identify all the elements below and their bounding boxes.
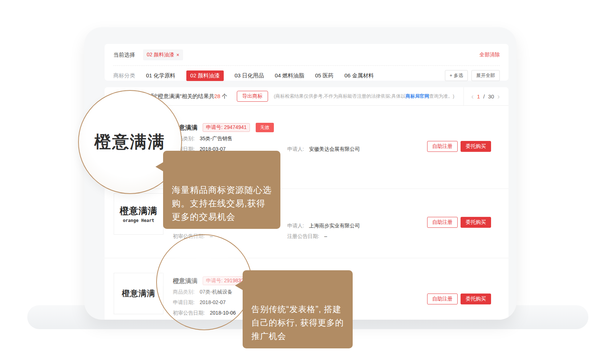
trademark-image-subtext: orange Heart [123,218,154,223]
application-number-label: 申请号: [206,124,223,130]
current-selection-label: 当前选择 [113,52,135,58]
field-value: – [210,233,213,239]
field-label: 申请人: [287,146,304,152]
field-value: 35类-广告销售 [200,136,232,141]
field-value: 2018-02-07 [200,299,226,305]
next-page-icon[interactable]: › [497,93,500,100]
trademark-image-2[interactable]: 橙意满满 orange Heart [114,193,163,235]
tooltip-arrow-left-icon [235,281,243,290]
entrust-buy-button[interactable]: 委托购买 [461,294,491,304]
category-label: 商标分类 [113,72,135,79]
results-unit: 个 [220,93,227,99]
results-header: 检索到“橙意满满”相关的结果共28 个 导出商标 (商标检索结果仅供参考,不作为… [105,87,508,106]
expand-all-button[interactable]: 展开全部 [471,70,500,81]
trademark-details-1: 橙意满满 申请号: 29474941 无效 商品类别: 35类-广告销售 申请日… [173,123,274,153]
total-pages: 30 [488,93,494,100]
field-value: 上海雨步实业有限公司 [309,223,360,228]
tooltip-text: 告别传统“发表格”, 搭建 自己的标行, 获得更多的 推广机会 [251,304,344,341]
entrust-buy-button[interactable]: 委托购买 [461,141,491,152]
category-actions: + 多选 展开全部 [445,70,500,81]
tooltip-marketplace: 海量精品商标资源随心选 购。支持在线交易,获得 更多的交易机会 [163,151,280,229]
field-label: 初审公告日期: [173,233,205,239]
category-item-05[interactable]: 05 医药 [315,72,333,79]
trademark-image-3[interactable]: 橙意满满 [114,273,163,314]
field-value: 07类-机械设备 [200,289,232,295]
current-selection-row: 当前选择 02 颜料油漆 × 全部清除 [105,44,508,61]
pager-divider [463,87,464,105]
row-actions: 自助注册 委托购买 [427,141,491,152]
disclaimer-text-end: 查询为准。) [429,93,454,99]
trademark-name[interactable]: 橙意满满 [173,277,198,285]
row-actions: 自助注册 委托购买 [427,217,491,228]
category-item-04[interactable]: 04 燃料油脂 [275,72,304,79]
multi-select-button[interactable]: + 多选 [445,70,468,81]
page-separator: / [483,93,485,100]
field-label: 申请日期: [173,299,195,305]
prev-page-icon[interactable]: ‹ [471,93,474,100]
disclaimer-text: (商标检索结果仅供参考,不作为商标能否注册的法律依据;具体以 [274,93,406,99]
current-page: 1 [477,93,480,100]
field-label: 初审公告日期: [173,310,205,316]
self-register-button[interactable]: 自助注册 [427,141,458,152]
application-number-pill: 申请号: 29474941 [203,123,250,132]
self-register-button[interactable]: 自助注册 [427,294,458,304]
row-actions: 自助注册 委托购买 [427,294,491,304]
field-value: – [324,233,327,239]
category-row: 商标分类 01 化学原料 02 颜料油漆 03 日化用品 04 燃料油脂 05 … [105,66,508,81]
tooltip-promotion: 告别传统“发表格”, 搭建 自己的标行, 获得更多的 推广机会 [243,270,353,348]
tooltip-text: 海量精品商标资源随心选 购。支持在线交易,获得 更多的交易机会 [172,185,272,222]
filter-panel: 当前选择 02 颜料油漆 × 全部清除 商标分类 01 化学原料 02 颜料油漆… [105,44,508,81]
magnified-trademark-text: 橙意满满 [94,131,166,153]
entrust-buy-button[interactable]: 委托购买 [461,217,491,228]
category-item-03[interactable]: 03 日化用品 [235,72,264,79]
close-icon[interactable]: × [176,52,179,58]
field-label: 注册公告日期: [287,233,319,239]
category-item-06[interactable]: 06 金属材料 [344,72,374,79]
field-value: 安徽美达会展有限公司 [309,146,360,152]
application-number-label: 申请号: [206,278,223,283]
export-trademarks-button[interactable]: 导出商标 [237,91,268,102]
category-item-01[interactable]: 01 化学原料 [146,72,175,79]
trademark-image-text: 橙意满满 [122,288,155,299]
results-count: 28 [214,93,220,99]
trademark-image-text: 橙意满满 [120,205,158,217]
clear-all-link[interactable]: 全部清除 [479,52,500,58]
tooltip-arrow-left-icon [155,162,163,171]
application-number-value: 29474941 [224,124,247,130]
official-site-link[interactable]: 商标局官网 [405,93,429,99]
disclaimer-note: (商标检索结果仅供参考,不作为商标能否注册的法律依据;具体以商标局官网查询为准。… [274,93,454,100]
selected-filter-tag[interactable]: 02 颜料油漆 × [143,49,183,60]
status-badge-invalid: 无效 [256,123,274,132]
field-label: 申请人: [287,223,304,228]
pagination: ‹ 1 / 30 › [471,93,500,100]
field-value: 2018-10-06 [210,310,236,316]
selected-filter-tag-label: 02 颜料油漆 [147,52,174,58]
page-canvas: 当前选择 02 颜料油漆 × 全部清除 商标分类 01 化学原料 02 颜料油漆… [0,0,616,364]
field-label: 商品类别: [173,289,195,295]
self-register-button[interactable]: 自助注册 [427,217,458,228]
category-item-02-selected[interactable]: 02 颜料油漆 [186,70,224,81]
